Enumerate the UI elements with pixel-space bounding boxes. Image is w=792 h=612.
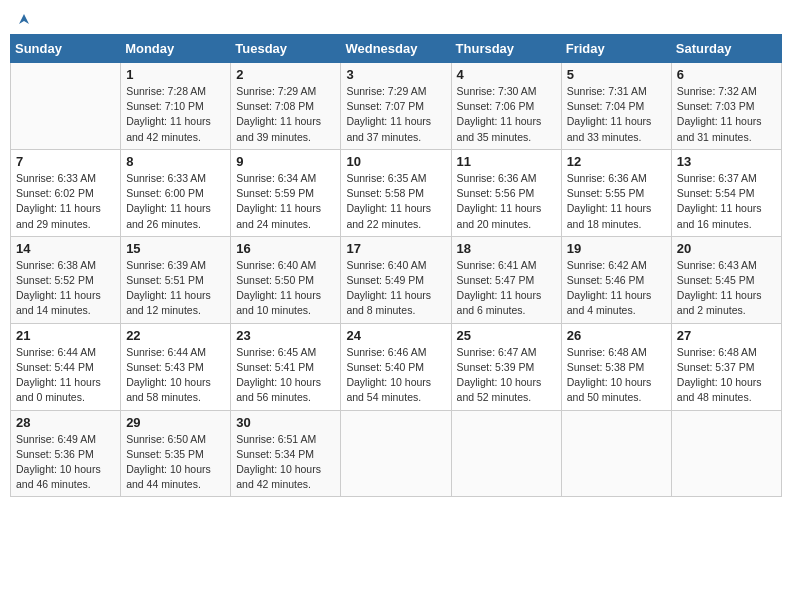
day-number: 6 xyxy=(677,67,776,82)
day-info: Sunrise: 6:43 AMSunset: 5:45 PMDaylight:… xyxy=(677,258,776,319)
calendar-cell: 25Sunrise: 6:47 AMSunset: 5:39 PMDayligh… xyxy=(451,323,561,410)
day-info: Sunrise: 6:37 AMSunset: 5:54 PMDaylight:… xyxy=(677,171,776,232)
calendar-cell: 12Sunrise: 6:36 AMSunset: 5:55 PMDayligh… xyxy=(561,149,671,236)
page-header xyxy=(10,10,782,26)
day-info: Sunrise: 7:31 AMSunset: 7:04 PMDaylight:… xyxy=(567,84,666,145)
day-info: Sunrise: 6:33 AMSunset: 6:00 PMDaylight:… xyxy=(126,171,225,232)
day-number: 12 xyxy=(567,154,666,169)
day-number: 22 xyxy=(126,328,225,343)
calendar-table: SundayMondayTuesdayWednesdayThursdayFrid… xyxy=(10,34,782,497)
calendar-cell: 6Sunrise: 7:32 AMSunset: 7:03 PMDaylight… xyxy=(671,63,781,150)
day-number: 24 xyxy=(346,328,445,343)
day-info: Sunrise: 6:42 AMSunset: 5:46 PMDaylight:… xyxy=(567,258,666,319)
logo-line1 xyxy=(14,10,33,30)
column-header-thursday: Thursday xyxy=(451,35,561,63)
day-info: Sunrise: 6:33 AMSunset: 6:02 PMDaylight:… xyxy=(16,171,115,232)
day-number: 8 xyxy=(126,154,225,169)
day-info: Sunrise: 7:29 AMSunset: 7:07 PMDaylight:… xyxy=(346,84,445,145)
day-number: 29 xyxy=(126,415,225,430)
column-header-wednesday: Wednesday xyxy=(341,35,451,63)
calendar-cell: 13Sunrise: 6:37 AMSunset: 5:54 PMDayligh… xyxy=(671,149,781,236)
calendar-week-5: 28Sunrise: 6:49 AMSunset: 5:36 PMDayligh… xyxy=(11,410,782,497)
day-number: 7 xyxy=(16,154,115,169)
calendar-cell: 4Sunrise: 7:30 AMSunset: 7:06 PMDaylight… xyxy=(451,63,561,150)
day-number: 9 xyxy=(236,154,335,169)
calendar-cell: 24Sunrise: 6:46 AMSunset: 5:40 PMDayligh… xyxy=(341,323,451,410)
day-info: Sunrise: 6:45 AMSunset: 5:41 PMDaylight:… xyxy=(236,345,335,406)
day-number: 28 xyxy=(16,415,115,430)
calendar-header-row: SundayMondayTuesdayWednesdayThursdayFrid… xyxy=(11,35,782,63)
calendar-week-3: 14Sunrise: 6:38 AMSunset: 5:52 PMDayligh… xyxy=(11,236,782,323)
day-number: 10 xyxy=(346,154,445,169)
calendar-cell: 14Sunrise: 6:38 AMSunset: 5:52 PMDayligh… xyxy=(11,236,121,323)
calendar-cell: 20Sunrise: 6:43 AMSunset: 5:45 PMDayligh… xyxy=(671,236,781,323)
day-info: Sunrise: 6:40 AMSunset: 5:50 PMDaylight:… xyxy=(236,258,335,319)
day-number: 16 xyxy=(236,241,335,256)
day-number: 1 xyxy=(126,67,225,82)
calendar-week-4: 21Sunrise: 6:44 AMSunset: 5:44 PMDayligh… xyxy=(11,323,782,410)
calendar-cell: 3Sunrise: 7:29 AMSunset: 7:07 PMDaylight… xyxy=(341,63,451,150)
day-number: 11 xyxy=(457,154,556,169)
day-info: Sunrise: 6:40 AMSunset: 5:49 PMDaylight:… xyxy=(346,258,445,319)
calendar-cell xyxy=(561,410,671,497)
calendar-cell: 17Sunrise: 6:40 AMSunset: 5:49 PMDayligh… xyxy=(341,236,451,323)
calendar-cell: 19Sunrise: 6:42 AMSunset: 5:46 PMDayligh… xyxy=(561,236,671,323)
column-header-saturday: Saturday xyxy=(671,35,781,63)
calendar-cell: 7Sunrise: 6:33 AMSunset: 6:02 PMDaylight… xyxy=(11,149,121,236)
day-number: 30 xyxy=(236,415,335,430)
column-header-friday: Friday xyxy=(561,35,671,63)
calendar-week-1: 1Sunrise: 7:28 AMSunset: 7:10 PMDaylight… xyxy=(11,63,782,150)
day-number: 2 xyxy=(236,67,335,82)
calendar-cell: 10Sunrise: 6:35 AMSunset: 5:58 PMDayligh… xyxy=(341,149,451,236)
calendar-cell: 21Sunrise: 6:44 AMSunset: 5:44 PMDayligh… xyxy=(11,323,121,410)
column-header-tuesday: Tuesday xyxy=(231,35,341,63)
day-info: Sunrise: 7:28 AMSunset: 7:10 PMDaylight:… xyxy=(126,84,225,145)
calendar-week-2: 7Sunrise: 6:33 AMSunset: 6:02 PMDaylight… xyxy=(11,149,782,236)
day-number: 23 xyxy=(236,328,335,343)
logo-bird-icon xyxy=(15,10,33,28)
calendar-cell: 2Sunrise: 7:29 AMSunset: 7:08 PMDaylight… xyxy=(231,63,341,150)
day-info: Sunrise: 6:41 AMSunset: 5:47 PMDaylight:… xyxy=(457,258,556,319)
day-info: Sunrise: 7:32 AMSunset: 7:03 PMDaylight:… xyxy=(677,84,776,145)
calendar-cell: 1Sunrise: 7:28 AMSunset: 7:10 PMDaylight… xyxy=(121,63,231,150)
day-number: 19 xyxy=(567,241,666,256)
calendar-cell: 18Sunrise: 6:41 AMSunset: 5:47 PMDayligh… xyxy=(451,236,561,323)
day-number: 20 xyxy=(677,241,776,256)
day-info: Sunrise: 6:47 AMSunset: 5:39 PMDaylight:… xyxy=(457,345,556,406)
calendar-cell xyxy=(341,410,451,497)
calendar-cell: 9Sunrise: 6:34 AMSunset: 5:59 PMDaylight… xyxy=(231,149,341,236)
column-header-sunday: Sunday xyxy=(11,35,121,63)
day-number: 17 xyxy=(346,241,445,256)
calendar-cell: 22Sunrise: 6:44 AMSunset: 5:43 PMDayligh… xyxy=(121,323,231,410)
calendar-cell: 16Sunrise: 6:40 AMSunset: 5:50 PMDayligh… xyxy=(231,236,341,323)
calendar-cell: 11Sunrise: 6:36 AMSunset: 5:56 PMDayligh… xyxy=(451,149,561,236)
day-info: Sunrise: 6:48 AMSunset: 5:38 PMDaylight:… xyxy=(567,345,666,406)
calendar-cell: 29Sunrise: 6:50 AMSunset: 5:35 PMDayligh… xyxy=(121,410,231,497)
svg-marker-0 xyxy=(19,14,29,24)
day-info: Sunrise: 6:35 AMSunset: 5:58 PMDaylight:… xyxy=(346,171,445,232)
calendar-cell xyxy=(671,410,781,497)
day-info: Sunrise: 7:29 AMSunset: 7:08 PMDaylight:… xyxy=(236,84,335,145)
day-info: Sunrise: 6:34 AMSunset: 5:59 PMDaylight:… xyxy=(236,171,335,232)
day-info: Sunrise: 6:46 AMSunset: 5:40 PMDaylight:… xyxy=(346,345,445,406)
logo xyxy=(14,10,33,26)
day-info: Sunrise: 6:44 AMSunset: 5:44 PMDaylight:… xyxy=(16,345,115,406)
calendar-cell: 8Sunrise: 6:33 AMSunset: 6:00 PMDaylight… xyxy=(121,149,231,236)
day-number: 4 xyxy=(457,67,556,82)
calendar-cell: 27Sunrise: 6:48 AMSunset: 5:37 PMDayligh… xyxy=(671,323,781,410)
day-number: 25 xyxy=(457,328,556,343)
day-info: Sunrise: 6:48 AMSunset: 5:37 PMDaylight:… xyxy=(677,345,776,406)
day-info: Sunrise: 6:39 AMSunset: 5:51 PMDaylight:… xyxy=(126,258,225,319)
day-number: 3 xyxy=(346,67,445,82)
calendar-cell: 15Sunrise: 6:39 AMSunset: 5:51 PMDayligh… xyxy=(121,236,231,323)
day-info: Sunrise: 7:30 AMSunset: 7:06 PMDaylight:… xyxy=(457,84,556,145)
day-info: Sunrise: 6:36 AMSunset: 5:56 PMDaylight:… xyxy=(457,171,556,232)
calendar-cell xyxy=(11,63,121,150)
day-info: Sunrise: 6:38 AMSunset: 5:52 PMDaylight:… xyxy=(16,258,115,319)
day-number: 5 xyxy=(567,67,666,82)
day-info: Sunrise: 6:51 AMSunset: 5:34 PMDaylight:… xyxy=(236,432,335,493)
calendar-cell: 5Sunrise: 7:31 AMSunset: 7:04 PMDaylight… xyxy=(561,63,671,150)
calendar-cell xyxy=(451,410,561,497)
column-header-monday: Monday xyxy=(121,35,231,63)
calendar-cell: 30Sunrise: 6:51 AMSunset: 5:34 PMDayligh… xyxy=(231,410,341,497)
